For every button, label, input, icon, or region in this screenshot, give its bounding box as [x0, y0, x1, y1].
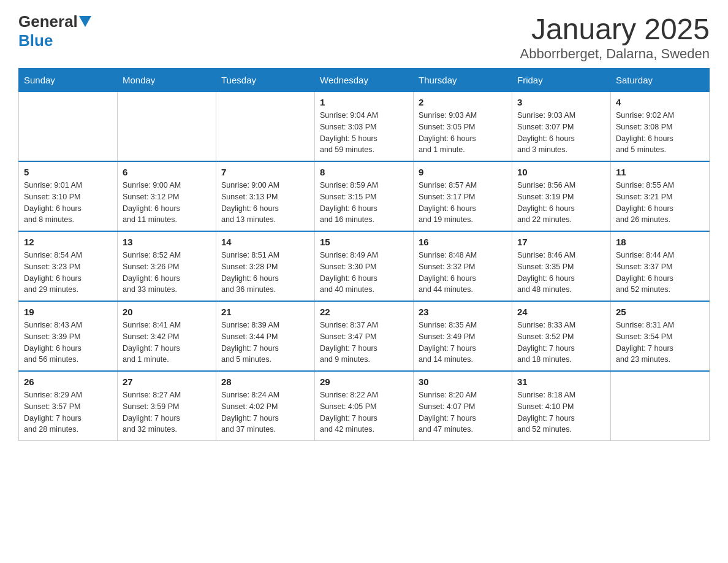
day-number: 24	[517, 307, 605, 317]
day-info: Sunrise: 9:00 AMSunset: 3:13 PMDaylight:…	[221, 180, 309, 226]
day-info: Sunrise: 8:49 AMSunset: 3:30 PMDaylight:…	[320, 250, 408, 296]
calendar-cell: 15Sunrise: 8:49 AMSunset: 3:30 PMDayligh…	[315, 231, 414, 301]
logo: General Blue	[18, 12, 91, 50]
calendar-body: 1Sunrise: 9:04 AMSunset: 3:03 PMDaylight…	[19, 92, 710, 441]
day-info: Sunrise: 9:04 AMSunset: 3:03 PMDaylight:…	[320, 110, 408, 156]
calendar-row-4: 26Sunrise: 8:29 AMSunset: 3:57 PMDayligh…	[19, 371, 710, 441]
calendar-cell: 2Sunrise: 9:03 AMSunset: 3:05 PMDaylight…	[414, 92, 512, 162]
day-number: 27	[123, 377, 211, 387]
calendar-cell: 29Sunrise: 8:22 AMSunset: 4:05 PMDayligh…	[315, 371, 414, 441]
calendar-row-0: 1Sunrise: 9:04 AMSunset: 3:03 PMDaylight…	[19, 92, 710, 162]
day-info: Sunrise: 8:27 AMSunset: 3:59 PMDaylight:…	[123, 389, 211, 435]
day-number: 21	[221, 307, 309, 317]
day-info: Sunrise: 8:41 AMSunset: 3:42 PMDaylight:…	[123, 320, 211, 366]
calendar-cell: 27Sunrise: 8:27 AMSunset: 3:59 PMDayligh…	[118, 371, 216, 441]
day-info: Sunrise: 9:03 AMSunset: 3:07 PMDaylight:…	[517, 110, 605, 156]
day-number: 12	[24, 237, 112, 247]
header-wednesday: Wednesday	[315, 69, 414, 92]
header-monday: Monday	[118, 69, 216, 92]
header-thursday: Thursday	[414, 69, 512, 92]
subtitle: Abborrberget, Dalarna, Sweden	[520, 46, 710, 62]
calendar-cell: 22Sunrise: 8:37 AMSunset: 3:47 PMDayligh…	[315, 301, 414, 371]
day-info: Sunrise: 8:54 AMSunset: 3:23 PMDaylight:…	[24, 250, 112, 296]
calendar-cell: 18Sunrise: 8:44 AMSunset: 3:37 PMDayligh…	[611, 231, 710, 301]
day-info: Sunrise: 9:01 AMSunset: 3:10 PMDaylight:…	[24, 180, 112, 226]
day-info: Sunrise: 8:37 AMSunset: 3:47 PMDaylight:…	[320, 320, 408, 366]
logo-general-text: General	[18, 12, 78, 31]
calendar-cell: 31Sunrise: 8:18 AMSunset: 4:10 PMDayligh…	[512, 371, 611, 441]
day-info: Sunrise: 8:22 AMSunset: 4:05 PMDaylight:…	[320, 389, 408, 435]
calendar-cell: 25Sunrise: 8:31 AMSunset: 3:54 PMDayligh…	[611, 301, 710, 371]
day-number: 4	[616, 97, 704, 107]
day-number: 19	[24, 307, 112, 317]
calendar-cell: 23Sunrise: 8:35 AMSunset: 3:49 PMDayligh…	[414, 301, 512, 371]
day-number: 16	[419, 237, 507, 247]
day-info: Sunrise: 8:59 AMSunset: 3:15 PMDaylight:…	[320, 180, 408, 226]
day-number: 5	[24, 167, 112, 177]
day-number: 11	[616, 167, 704, 177]
day-number: 2	[419, 97, 507, 107]
header-saturday: Saturday	[611, 69, 710, 92]
day-number: 26	[24, 377, 112, 387]
day-info: Sunrise: 8:24 AMSunset: 4:02 PMDaylight:…	[221, 389, 309, 435]
calendar-cell: 13Sunrise: 8:52 AMSunset: 3:26 PMDayligh…	[118, 231, 216, 301]
calendar-cell: 5Sunrise: 9:01 AMSunset: 3:10 PMDaylight…	[19, 161, 118, 231]
calendar-cell: 4Sunrise: 9:02 AMSunset: 3:08 PMDaylight…	[611, 92, 710, 162]
day-info: Sunrise: 8:39 AMSunset: 3:44 PMDaylight:…	[221, 320, 309, 366]
day-info: Sunrise: 8:48 AMSunset: 3:32 PMDaylight:…	[419, 250, 507, 296]
day-number: 31	[517, 377, 605, 387]
day-info: Sunrise: 8:43 AMSunset: 3:39 PMDaylight:…	[24, 320, 112, 366]
calendar-header: Sunday Monday Tuesday Wednesday Thursday…	[19, 69, 710, 92]
calendar-cell: 26Sunrise: 8:29 AMSunset: 3:57 PMDayligh…	[19, 371, 118, 441]
day-info: Sunrise: 8:44 AMSunset: 3:37 PMDaylight:…	[616, 250, 704, 296]
calendar-cell: 28Sunrise: 8:24 AMSunset: 4:02 PMDayligh…	[216, 371, 315, 441]
day-info: Sunrise: 9:02 AMSunset: 3:08 PMDaylight:…	[616, 110, 704, 156]
day-number: 13	[123, 237, 211, 247]
calendar-cell	[118, 92, 216, 162]
day-info: Sunrise: 9:03 AMSunset: 3:05 PMDaylight:…	[419, 110, 507, 156]
calendar-table: Sunday Monday Tuesday Wednesday Thursday…	[18, 68, 710, 441]
day-info: Sunrise: 8:18 AMSunset: 4:10 PMDaylight:…	[517, 389, 605, 435]
calendar-cell: 8Sunrise: 8:59 AMSunset: 3:15 PMDaylight…	[315, 161, 414, 231]
day-info: Sunrise: 8:33 AMSunset: 3:52 PMDaylight:…	[517, 320, 605, 366]
day-info: Sunrise: 8:51 AMSunset: 3:28 PMDaylight:…	[221, 250, 309, 296]
calendar-cell: 21Sunrise: 8:39 AMSunset: 3:44 PMDayligh…	[216, 301, 315, 371]
calendar-cell: 3Sunrise: 9:03 AMSunset: 3:07 PMDaylight…	[512, 92, 611, 162]
calendar-cell	[19, 92, 118, 162]
day-info: Sunrise: 8:20 AMSunset: 4:07 PMDaylight:…	[419, 389, 507, 435]
day-number: 22	[320, 307, 408, 317]
page-title: January 2025	[520, 12, 710, 46]
header-row: Sunday Monday Tuesday Wednesday Thursday…	[19, 69, 710, 92]
logo-blue-text: Blue	[18, 31, 53, 50]
calendar-row-3: 19Sunrise: 8:43 AMSunset: 3:39 PMDayligh…	[19, 301, 710, 371]
header-sunday: Sunday	[19, 69, 118, 92]
calendar-cell: 14Sunrise: 8:51 AMSunset: 3:28 PMDayligh…	[216, 231, 315, 301]
day-info: Sunrise: 8:57 AMSunset: 3:17 PMDaylight:…	[419, 180, 507, 226]
calendar-cell: 30Sunrise: 8:20 AMSunset: 4:07 PMDayligh…	[414, 371, 512, 441]
day-info: Sunrise: 8:55 AMSunset: 3:21 PMDaylight:…	[616, 180, 704, 226]
calendar-cell: 7Sunrise: 9:00 AMSunset: 3:13 PMDaylight…	[216, 161, 315, 231]
day-number: 20	[123, 307, 211, 317]
calendar-cell: 19Sunrise: 8:43 AMSunset: 3:39 PMDayligh…	[19, 301, 118, 371]
day-info: Sunrise: 8:52 AMSunset: 3:26 PMDaylight:…	[123, 250, 211, 296]
day-info: Sunrise: 8:29 AMSunset: 3:57 PMDaylight:…	[24, 389, 112, 435]
day-info: Sunrise: 8:46 AMSunset: 3:35 PMDaylight:…	[517, 250, 605, 296]
calendar-cell: 6Sunrise: 9:00 AMSunset: 3:12 PMDaylight…	[118, 161, 216, 231]
calendar-cell	[216, 92, 315, 162]
day-number: 23	[419, 307, 507, 317]
day-number: 28	[221, 377, 309, 387]
logo-triangle-icon	[79, 16, 91, 27]
calendar-cell: 10Sunrise: 8:56 AMSunset: 3:19 PMDayligh…	[512, 161, 611, 231]
day-number: 25	[616, 307, 704, 317]
day-number: 15	[320, 237, 408, 247]
day-info: Sunrise: 9:00 AMSunset: 3:12 PMDaylight:…	[123, 180, 211, 226]
day-number: 30	[419, 377, 507, 387]
day-number: 3	[517, 97, 605, 107]
logo-blue-part	[78, 16, 91, 28]
calendar-cell: 24Sunrise: 8:33 AMSunset: 3:52 PMDayligh…	[512, 301, 611, 371]
day-number: 1	[320, 97, 408, 107]
day-info: Sunrise: 8:35 AMSunset: 3:49 PMDaylight:…	[419, 320, 507, 366]
calendar-cell: 11Sunrise: 8:55 AMSunset: 3:21 PMDayligh…	[611, 161, 710, 231]
calendar-cell: 1Sunrise: 9:04 AMSunset: 3:03 PMDaylight…	[315, 92, 414, 162]
calendar-cell: 20Sunrise: 8:41 AMSunset: 3:42 PMDayligh…	[118, 301, 216, 371]
